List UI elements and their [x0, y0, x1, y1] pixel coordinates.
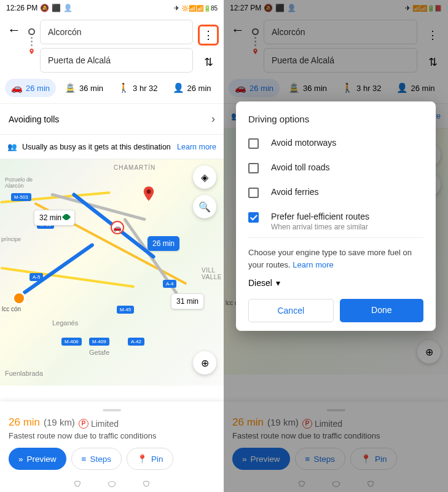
- transit-icon: 🚊: [65, 82, 76, 93]
- svg-point-1: [147, 189, 151, 194]
- road-badge: M-406: [61, 338, 82, 346]
- parking-label: Limited: [91, 419, 119, 429]
- chevron-right-icon: ›: [211, 113, 215, 125]
- option-avoid-ferries[interactable]: Avoid ferries: [248, 187, 423, 198]
- summary-distance: (19 km): [44, 417, 75, 427]
- road-badge: A-5: [29, 273, 43, 281]
- route-time-alt[interactable]: 31 min: [171, 293, 204, 309]
- pin-icon: 📍: [137, 454, 147, 464]
- road-badge: M-45: [117, 306, 134, 314]
- origin-label: lcc cón: [2, 306, 21, 312]
- summary-time: 26 min: [9, 416, 40, 429]
- driving-options-dialog: Driving options Avoid motorways Avoid to…: [236, 101, 436, 331]
- road-badge: M-409: [89, 338, 109, 346]
- mode-walk[interactable]: 🚶3 hr 32: [112, 79, 163, 97]
- map-label: Getafe: [89, 349, 109, 356]
- search-map-button[interactable]: 🔍: [193, 195, 216, 218]
- learn-more-link[interactable]: Learn more: [177, 143, 216, 151]
- map-label: Leganés: [52, 319, 78, 327]
- app-icon: ⬛: [52, 4, 61, 12]
- travel-modes: 🚗26 min 🚊36 min 🚶3 hr 32 👤26 min 🚴: [0, 73, 224, 103]
- car-icon: 🚗: [11, 82, 23, 93]
- checkbox-icon[interactable]: [248, 138, 259, 149]
- destination-pin-icon: [28, 48, 35, 55]
- avoid-tolls-row[interactable]: Avoiding tolls ›: [0, 103, 224, 135]
- map-label: Pozuelo de Alarcón: [5, 177, 33, 189]
- parking-icon: P: [79, 419, 88, 429]
- ride-icon: 👤: [173, 82, 184, 93]
- avoid-label: Avoiding tolls: [9, 114, 59, 124]
- location-icon: ✈: [174, 4, 179, 12]
- status-bar: 12:26 PM 🔕 ⬛ 👤 ✈ 🔆📶📶🔋85: [0, 0, 224, 16]
- destination-input[interactable]: Puerta de Alcalá: [40, 48, 193, 73]
- route-time-alt[interactable]: 32 min: [34, 210, 75, 226]
- route-card: 26 min (19 km) PLimited Fastest route no…: [0, 402, 224, 476]
- app-icon-2: 👤: [63, 4, 73, 12]
- route-time-primary[interactable]: 26 min: [147, 236, 179, 251]
- layers-button[interactable]: ◈: [193, 165, 216, 189]
- engine-learn-more-link[interactable]: Learn more: [293, 260, 333, 269]
- svg-point-0: [31, 50, 32, 51]
- option-avoid-motorways[interactable]: Avoid motorways: [248, 138, 423, 149]
- divider: [248, 237, 423, 238]
- checkbox-icon[interactable]: [248, 188, 259, 198]
- origin-input[interactable]: Alcorcón: [40, 20, 193, 44]
- route-subtitle: Fastest route now due to traffic conditi…: [9, 431, 215, 440]
- map-label: Fuenlabrada: [5, 370, 43, 377]
- map-label: VILL VALLE: [202, 267, 222, 280]
- cancel-button[interactable]: Cancel: [248, 299, 334, 322]
- nav-icon[interactable]: [107, 479, 117, 489]
- leaf-icon: [62, 213, 71, 221]
- dropdown-icon: ▾: [276, 278, 280, 288]
- map-label: príncipe: [1, 236, 21, 242]
- system-nav: [0, 476, 224, 492]
- list-icon: ≡: [82, 454, 87, 464]
- route-indicator: [28, 20, 35, 55]
- steps-button[interactable]: ≡Steps: [71, 448, 122, 470]
- notif-icons: 🔆📶📶🔋85: [181, 5, 218, 12]
- more-options-button[interactable]: ⋮: [198, 25, 219, 46]
- engine-description: Choose your engine type to save more fue…: [248, 247, 423, 271]
- road-badge: A-4: [163, 280, 176, 288]
- checkbox-icon[interactable]: [248, 163, 259, 173]
- busy-text: Usually as busy as it gets at this desti…: [22, 143, 171, 151]
- engine-value: Diesel: [248, 278, 272, 288]
- preview-icon: »: [18, 454, 23, 464]
- option-avoid-tolls[interactable]: Avoid toll roads: [248, 162, 423, 173]
- nav-icon[interactable]: [73, 479, 82, 489]
- origin-marker-icon: [12, 292, 26, 305]
- map-label: CHAMARTÍN: [114, 164, 155, 171]
- locate-button[interactable]: ⊕: [193, 351, 216, 375]
- mute-icon: 🔕: [40, 4, 49, 12]
- done-button[interactable]: Done: [340, 299, 424, 322]
- engine-type-selector[interactable]: Diesel ▾: [248, 278, 423, 288]
- nav-icon[interactable]: [141, 479, 151, 489]
- traffic-marker-icon: 🚗: [111, 221, 124, 234]
- pin-button[interactable]: 📍Pin: [127, 448, 174, 470]
- road-badge: M-503: [11, 193, 31, 201]
- checkbox-checked-icon[interactable]: [248, 212, 259, 223]
- busy-info-row: 👥 Usually as busy as it gets at this des…: [0, 135, 224, 159]
- back-button[interactable]: ←: [5, 20, 23, 41]
- dialog-title: Driving options: [248, 114, 423, 124]
- option-fuel-efficient[interactable]: Prefer fuel-efficient routes When arriva…: [248, 212, 423, 231]
- swap-button[interactable]: ⇅: [204, 55, 213, 69]
- map[interactable]: CHAMARTÍN Pozuelo de Alarcón Leganés Get…: [0, 159, 224, 386]
- destination-marker-icon: [140, 185, 155, 200]
- mode-bike[interactable]: 👤26 min: [167, 79, 218, 97]
- mode-transit[interactable]: 🚊36 min: [58, 79, 109, 97]
- status-time: 12:26 PM: [6, 4, 37, 12]
- origin-dot-icon: [28, 28, 35, 35]
- walk-icon: 🚶: [118, 82, 130, 93]
- mode-drive[interactable]: 🚗26 min: [5, 79, 56, 97]
- road-badge: A-42: [128, 338, 144, 346]
- people-icon: 👥: [7, 142, 17, 151]
- preview-button[interactable]: »Preview: [9, 448, 66, 470]
